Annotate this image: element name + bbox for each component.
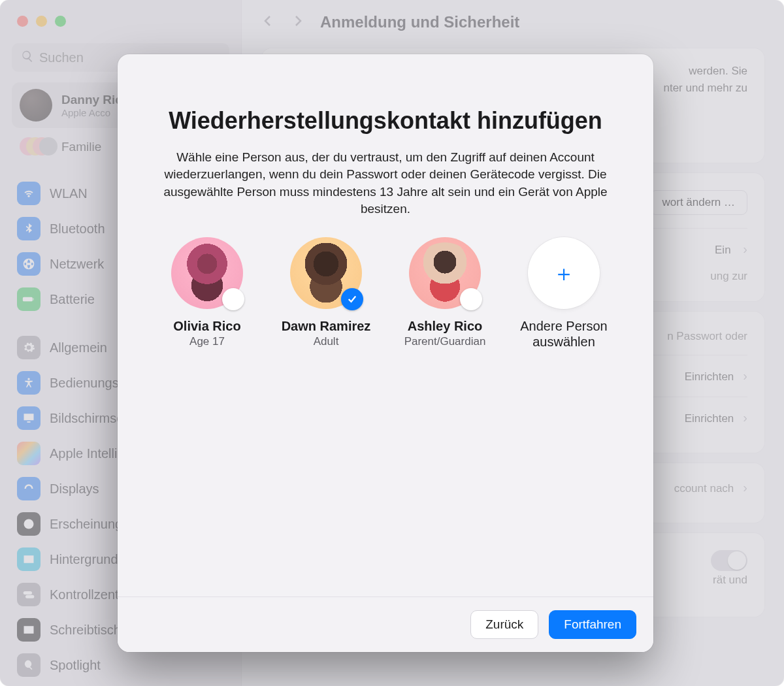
person-option-dawn[interactable]: Dawn Ramirez Adult [276,237,376,350]
person-role: Parent/Guardian [404,335,486,348]
selection-indicator-selected [341,288,363,310]
dialog-description: Wähle eine Person aus, der du vertraust,… [157,149,614,218]
avatar [409,237,481,309]
system-settings-window: Danny Ric Apple Acco Familie WLAN Blueto… [0,0,784,686]
person-name: Dawn Ramirez [282,318,371,334]
selection-indicator [222,288,244,310]
person-option-olivia[interactable]: Olivia Rico Age 17 [157,237,257,350]
avatar [171,237,243,309]
continue-button[interactable]: Fortfahren [549,610,636,639]
avatar [290,237,362,309]
other-person-label: Andere Person auswählen [514,318,614,350]
choose-other-person[interactable]: ＋ Andere Person auswählen [514,237,614,350]
selection-indicator [460,288,482,310]
person-name: Olivia Rico [173,318,240,334]
plus-icon: ＋ [553,262,575,284]
add-circle: ＋ [528,237,600,309]
person-role: Adult [314,335,339,348]
checkmark-icon [346,293,358,305]
person-role: Age 17 [189,335,225,348]
back-button[interactable]: Zurück [470,610,538,639]
dialog-title: Wiederherstellungskontakt hinzufügen [157,106,614,135]
people-picker: Olivia Rico Age 17 Dawn Ramirez Adult [157,237,614,350]
person-option-ashley[interactable]: Ashley Rico Parent/Guardian [395,237,495,350]
add-recovery-contact-dialog: Wiederherstellungskontakt hinzufügen Wäh… [118,54,653,652]
person-name: Ashley Rico [408,318,482,334]
dialog-footer: Zurück Fortfahren [118,596,653,652]
